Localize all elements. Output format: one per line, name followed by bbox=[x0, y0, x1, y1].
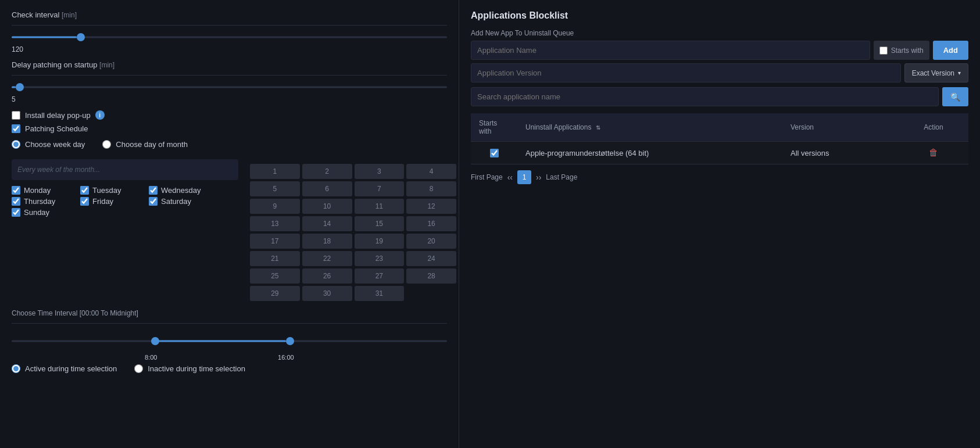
last-page-label: Last Page bbox=[546, 173, 577, 181]
month-day-btn-8[interactable]: 8 bbox=[406, 181, 456, 196]
month-day-btn-17[interactable]: 17 bbox=[250, 234, 300, 249]
month-day-btn-9[interactable]: 9 bbox=[250, 199, 300, 214]
month-day-btn-4[interactable]: 4 bbox=[406, 164, 456, 179]
month-day-btn-29[interactable]: 29 bbox=[250, 286, 300, 301]
col-version-header: Version bbox=[782, 113, 899, 142]
starts-with-checkbox[interactable] bbox=[879, 46, 888, 55]
month-day-btn-31[interactable]: 31 bbox=[355, 286, 405, 301]
search-button[interactable]: 🔍 bbox=[942, 87, 968, 106]
month-day-btn-13[interactable]: 13 bbox=[250, 216, 300, 231]
starts-with-toggle[interactable]: Starts with bbox=[874, 41, 929, 60]
monday-checkbox[interactable] bbox=[12, 186, 20, 195]
install-delay-popup-row: Install delay pop-up i bbox=[12, 110, 447, 120]
month-day-btn-14[interactable]: 14 bbox=[302, 216, 352, 231]
month-day-btn-21[interactable]: 21 bbox=[250, 251, 300, 266]
info-icon[interactable]: i bbox=[95, 110, 105, 120]
search-input[interactable] bbox=[471, 87, 939, 106]
month-day-btn-3[interactable]: 3 bbox=[355, 164, 405, 179]
saturday-checkbox[interactable] bbox=[149, 197, 158, 206]
month-day-btn-27[interactable]: 27 bbox=[355, 268, 405, 284]
row-app-name-0: Apple-programunderstøttelse (64 bit) bbox=[517, 142, 782, 164]
day-friday: Friday bbox=[80, 197, 144, 206]
tuesday-checkbox[interactable] bbox=[80, 186, 89, 195]
days-row-3: Sunday bbox=[12, 208, 238, 217]
table-row: Apple-programunderstøttelse (64 bit)All … bbox=[471, 142, 968, 164]
add-button[interactable]: Add bbox=[933, 41, 968, 60]
month-day-btn-22[interactable]: 22 bbox=[302, 251, 352, 266]
month-day-btn-28[interactable]: 28 bbox=[406, 268, 456, 284]
delay-patching-thumb[interactable] bbox=[16, 83, 24, 91]
prev-page-button[interactable]: ‹‹ bbox=[507, 173, 513, 182]
exact-version-label: Exact Version bbox=[912, 69, 954, 77]
time-interval-section: Choose Time Interval [00:00 To Midnight]… bbox=[12, 309, 447, 378]
divider-check-interval bbox=[12, 25, 447, 26]
delete-button-0[interactable]: 🗑 bbox=[929, 148, 938, 158]
time-label-end: 16:00 bbox=[278, 354, 294, 361]
saturday-label: Saturday bbox=[161, 197, 191, 206]
install-delay-popup-checkbox[interactable] bbox=[12, 111, 20, 120]
month-day-btn-15[interactable]: 15 bbox=[355, 216, 405, 231]
time-thumb-end[interactable] bbox=[286, 337, 294, 345]
month-day-btn-5[interactable]: 5 bbox=[250, 181, 300, 196]
month-day-btn-26[interactable]: 26 bbox=[302, 268, 352, 284]
active-inactive-row: Active during time selection Inactive du… bbox=[12, 364, 447, 378]
inactive-radio[interactable] bbox=[134, 364, 143, 373]
active-radio[interactable] bbox=[12, 364, 20, 373]
month-day-btn-11[interactable]: 11 bbox=[355, 199, 405, 214]
check-interval-title: Check interval [min] bbox=[12, 10, 447, 19]
schedule-mode-row: Choose week day Choose day of month bbox=[12, 140, 447, 153]
col-action-header: Action bbox=[899, 113, 968, 142]
app-name-row: Starts with Add bbox=[471, 41, 968, 60]
row-version-0: All versions bbox=[782, 142, 899, 164]
month-day-btn-1[interactable]: 1 bbox=[250, 164, 300, 179]
choose-week-day-label: Choose week day bbox=[25, 140, 85, 149]
starts-with-label: Starts with bbox=[891, 46, 924, 55]
sunday-checkbox[interactable] bbox=[12, 208, 20, 217]
week-options-placeholder: Every week of the month... bbox=[12, 159, 238, 180]
month-day-btn-12[interactable]: 12 bbox=[406, 199, 456, 214]
month-day-btn-10[interactable]: 10 bbox=[302, 199, 352, 214]
month-day-btn-19[interactable]: 19 bbox=[355, 234, 405, 249]
month-day-btn-30[interactable]: 30 bbox=[302, 286, 352, 301]
chevron-down-icon: ▾ bbox=[958, 70, 961, 76]
patching-schedule-label: Patching Schedule bbox=[25, 124, 88, 133]
delay-patching-fill bbox=[12, 87, 16, 88]
choose-week-day-radio[interactable] bbox=[12, 140, 20, 149]
month-day-btn-23[interactable]: 23 bbox=[355, 251, 405, 266]
wednesday-checkbox[interactable] bbox=[149, 186, 158, 195]
row-starts-with-checkbox-0[interactable] bbox=[490, 149, 499, 157]
month-day-btn-18[interactable]: 18 bbox=[302, 234, 352, 249]
thursday-label: Thursday bbox=[24, 197, 55, 206]
delay-patching-slider[interactable] bbox=[12, 81, 447, 93]
month-day-btn-2[interactable]: 2 bbox=[302, 164, 352, 179]
patching-schedule-row: Patching Schedule bbox=[12, 124, 447, 133]
exact-version-button[interactable]: Exact Version ▾ bbox=[904, 63, 968, 83]
day-wednesday: Wednesday bbox=[149, 186, 213, 195]
delay-patching-value: 5 bbox=[12, 95, 447, 103]
check-interval-thumb[interactable] bbox=[77, 33, 85, 41]
friday-checkbox[interactable] bbox=[80, 197, 89, 206]
time-label-start: 8:00 bbox=[145, 354, 157, 361]
app-name-input[interactable] bbox=[471, 41, 870, 60]
month-day-btn-7[interactable]: 7 bbox=[355, 181, 405, 196]
patching-schedule-checkbox[interactable] bbox=[12, 124, 20, 133]
thursday-checkbox[interactable] bbox=[12, 197, 20, 206]
month-day-btn-24[interactable]: 24 bbox=[406, 251, 456, 266]
choose-week-day-radio-row: Choose week day bbox=[12, 140, 85, 149]
month-day-btn-16[interactable]: 16 bbox=[406, 216, 456, 231]
next-page-button[interactable]: ›› bbox=[536, 173, 541, 182]
time-thumb-start[interactable] bbox=[151, 337, 159, 345]
choose-day-of-month-radio[interactable] bbox=[102, 140, 111, 149]
divider-delay-patching bbox=[12, 75, 447, 76]
month-day-btn-6[interactable]: 6 bbox=[302, 181, 352, 196]
divider-time-interval bbox=[12, 323, 447, 324]
month-day-btn-20[interactable]: 20 bbox=[406, 234, 456, 249]
days-row-1: Monday Tuesday Wednesday bbox=[12, 186, 238, 195]
version-input[interactable] bbox=[471, 63, 901, 83]
day-saturday: Saturday bbox=[149, 197, 213, 206]
check-interval-value: 120 bbox=[12, 45, 447, 53]
month-day-btn-25[interactable]: 25 bbox=[250, 268, 300, 284]
delay-patching-title: Delay patching on startup [min] bbox=[12, 60, 447, 69]
days-row-2: Thursday Friday Saturday bbox=[12, 197, 238, 206]
check-interval-slider[interactable] bbox=[12, 31, 447, 43]
